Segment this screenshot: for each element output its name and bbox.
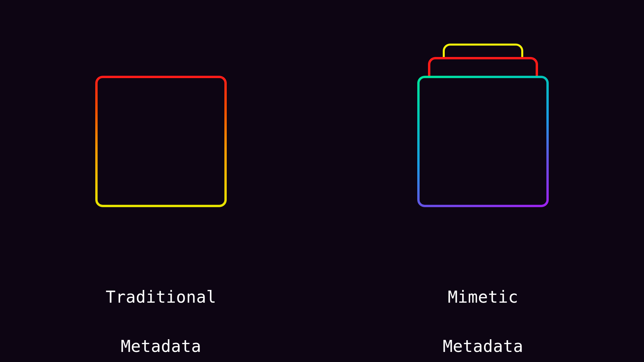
diagram-stage: Traditional Metadata Mimetic Metadata xyxy=(0,0,644,362)
caption-line: Metadata xyxy=(121,337,201,356)
mimetic-illustration xyxy=(322,40,644,215)
caption-line: Traditional xyxy=(106,288,216,307)
traditional-metadata-panel: Traditional Metadata xyxy=(0,0,322,362)
stacked-square-front-icon xyxy=(417,76,549,207)
traditional-caption: Traditional Metadata xyxy=(0,260,322,359)
caption-line: Mimetic xyxy=(448,288,518,307)
gradient-square-icon xyxy=(95,76,227,207)
mimetic-metadata-panel: Mimetic Metadata xyxy=(322,0,644,362)
mimetic-caption: Mimetic Metadata xyxy=(322,260,644,359)
caption-line: Metadata xyxy=(443,337,523,356)
traditional-illustration xyxy=(0,40,322,215)
